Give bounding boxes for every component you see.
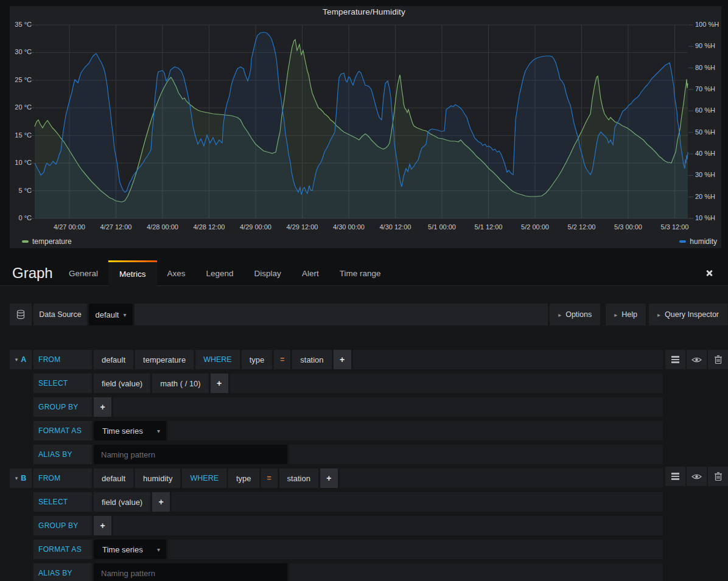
x-tick-label: 5/3 00:00 (604, 223, 653, 231)
y-right-tick-label: 70 %H (695, 85, 715, 92)
y-right-tick-label: 50 %H (695, 128, 715, 136)
select-math-segment[interactable]: math ( / 10) (152, 374, 208, 393)
y-left-tick-label: 5 °C (1, 187, 32, 194)
from-measurement-segment[interactable]: humidity (135, 468, 180, 488)
y-right-tick-label: 80 %H (695, 64, 715, 71)
query-delete-trash-icon[interactable] (708, 467, 728, 486)
where-value-segment[interactable]: station (279, 468, 318, 488)
y-right-tick-label: 30 %H (695, 171, 715, 178)
datasource-dropdown[interactable]: default ▾ (89, 304, 133, 325)
query-editor: ▾ A FROM default temperature WHERE type … (10, 350, 663, 581)
query-b-actions (665, 467, 728, 486)
legend-item-temperature[interactable]: temperature (22, 237, 72, 246)
panel-type-title: Graph (12, 260, 53, 286)
add-groupby-button[interactable]: + (94, 516, 111, 535)
from-keyword: FROM (33, 468, 92, 488)
add-condition-button[interactable]: + (320, 468, 338, 488)
tab-display[interactable]: Display (244, 260, 292, 286)
x-tick-label: 4/27 12:00 (92, 223, 141, 231)
tab-metrics[interactable]: Metrics (108, 260, 157, 287)
options-button[interactable]: ▸ Options (550, 304, 600, 325)
temperature-legend-swatch (22, 240, 29, 243)
groupby-keyword: GROUP BY (33, 516, 92, 535)
query-menu-icon[interactable] (665, 467, 685, 486)
query-a-alias-row: ALIAS BY (10, 445, 663, 464)
humidity-legend-swatch (679, 240, 686, 243)
row-filler (340, 468, 663, 488)
tab-legend[interactable]: Legend (196, 260, 244, 286)
chevron-right-icon: ▸ (657, 311, 660, 318)
y-left-tick-label: 0 °C (1, 214, 32, 221)
tab-alert[interactable]: Alert (292, 260, 329, 286)
add-select-button[interactable]: + (152, 492, 170, 512)
x-tick-label: 5/2 00:00 (511, 223, 559, 231)
tab-general[interactable]: General (58, 260, 108, 286)
from-datasource-segment[interactable]: default (94, 468, 133, 488)
humidity-legend-label: humidity (690, 237, 717, 246)
from-keyword: FROM (33, 350, 92, 369)
chevron-right-icon: ▸ (558, 311, 561, 318)
where-value-segment[interactable]: station (292, 350, 331, 369)
query-menu-icon[interactable] (665, 350, 685, 369)
select-field-segment[interactable]: field (value) (94, 374, 150, 393)
format-as-dropdown[interactable]: Time series ▾ (94, 421, 166, 440)
format-as-keyword: FORMAT AS (33, 540, 92, 559)
close-icon[interactable] (705, 269, 713, 277)
select-keyword: SELECT (33, 492, 92, 512)
query-a-collapse-toggle[interactable]: ▾ A (10, 350, 32, 369)
where-key-segment[interactable]: type (228, 468, 259, 488)
where-key-segment[interactable]: type (242, 350, 273, 369)
query-inspector-button[interactable]: ▸ Query Inspector (649, 304, 727, 325)
add-groupby-button[interactable]: + (94, 397, 111, 417)
where-operator-segment[interactable]: = (261, 468, 278, 488)
row-filler (353, 350, 663, 369)
database-icon (10, 304, 32, 325)
add-condition-button[interactable]: + (334, 350, 351, 369)
row-filler (289, 563, 663, 581)
chart-region: Temperature/Humidity 35 °C30 °C25 °C20 °… (0, 0, 728, 286)
help-button[interactable]: ▸ Help (606, 304, 646, 325)
legend-item-humidity[interactable]: humidity (679, 237, 717, 246)
panel-editor-tabstrip: Graph General Metrics Axes Legend Displa… (0, 260, 728, 286)
from-datasource-segment[interactable]: default (94, 350, 133, 369)
x-tick-label: 4/27 00:00 (45, 223, 94, 231)
row-filler (113, 397, 663, 417)
alias-by-keyword: ALIAS BY (33, 445, 92, 464)
format-as-keyword: FORMAT AS (33, 421, 92, 440)
chevron-down-icon: ▾ (157, 428, 160, 434)
query-disable-eye-icon[interactable] (687, 350, 707, 369)
x-tick-label: 4/30 12:00 (371, 223, 420, 231)
x-tick-label: 4/29 12:00 (278, 223, 327, 231)
tab-axes[interactable]: Axes (157, 260, 196, 286)
where-operator-segment[interactable]: = (274, 350, 290, 369)
y-right-tick-label: 10 %H (695, 214, 715, 221)
query-b-alias-row: ALIAS BY (10, 563, 663, 581)
chevron-down-icon: ▾ (15, 475, 18, 481)
query-delete-trash-icon[interactable] (708, 350, 728, 369)
chevron-down-icon: ▾ (157, 546, 160, 553)
select-field-segment[interactable]: field (value) (94, 492, 150, 512)
query-b-from-row: ▾ B FROM default humidity WHERE type = s… (10, 468, 663, 488)
y-left-tick-label: 25 °C (1, 76, 32, 83)
y-right-tick-label: 20 %H (695, 193, 715, 200)
row-filler (289, 445, 663, 464)
panel-title: Temperature/Humidity (0, 7, 728, 16)
query-b-collapse-toggle[interactable]: ▾ B (10, 468, 32, 488)
from-measurement-segment[interactable]: temperature (135, 350, 194, 369)
tab-time-range[interactable]: Time range (329, 260, 391, 286)
row-filler (168, 540, 663, 559)
query-b-groupby-row: GROUP BY + (10, 516, 663, 535)
temperature-humidity-chart (0, 0, 728, 252)
y-right-tick-label: 60 %H (695, 106, 715, 114)
x-tick-label: 4/30 00:00 (324, 223, 373, 231)
alias-by-input[interactable] (94, 563, 287, 581)
alias-by-input[interactable] (94, 445, 287, 464)
y-right-tick-label: 90 %H (695, 42, 715, 49)
add-select-button[interactable]: + (211, 374, 228, 393)
y-right-tick-label: 40 %H (695, 150, 715, 157)
format-as-dropdown[interactable]: Time series ▾ (94, 540, 166, 559)
query-disable-eye-icon[interactable] (687, 467, 707, 486)
where-keyword: WHERE (182, 468, 226, 488)
select-keyword: SELECT (33, 374, 92, 393)
groupby-keyword: GROUP BY (33, 397, 92, 417)
